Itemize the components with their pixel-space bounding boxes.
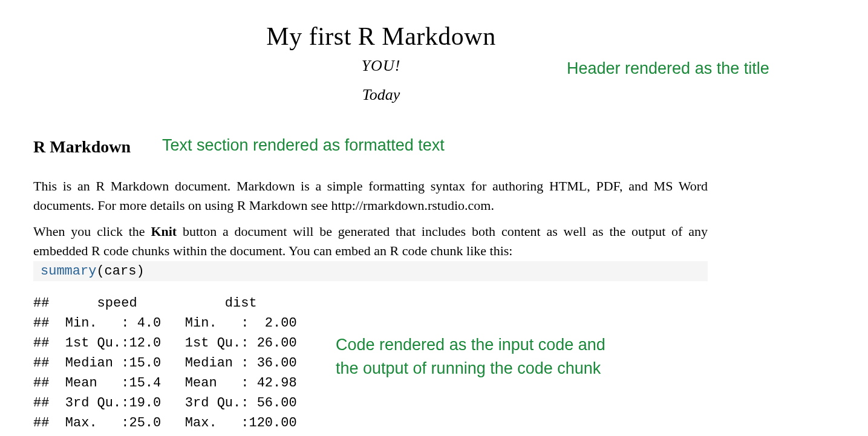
annotation-code-line1: Code rendered as the input code and [336,336,605,354]
annotation-header: Header rendered as the title [567,59,769,78]
section-heading: R Markdown [33,137,131,157]
code-function: summary [41,264,96,279]
paragraph-2-pre: When you click the [33,224,151,239]
annotation-code-line2: the output of running the code chunk [336,359,601,377]
document-date: Today [0,86,762,104]
knit-bold: Knit [151,224,177,239]
code-output: ## speed dist ## Min. : 4.0 Min. : 2.00 … [33,293,297,433]
annotation-text-section: Text section rendered as formatted text [162,136,445,155]
code-block: summary(cars) [33,261,708,281]
paragraph-2: When you click the Knit button a documen… [33,222,708,261]
document-title: My first R Markdown [0,22,762,51]
code-args: (cars) [96,264,144,279]
paragraph-1: This is an R Markdown document. Markdown… [33,177,708,215]
annotation-code: Code rendered as the input code and the … [336,333,605,380]
